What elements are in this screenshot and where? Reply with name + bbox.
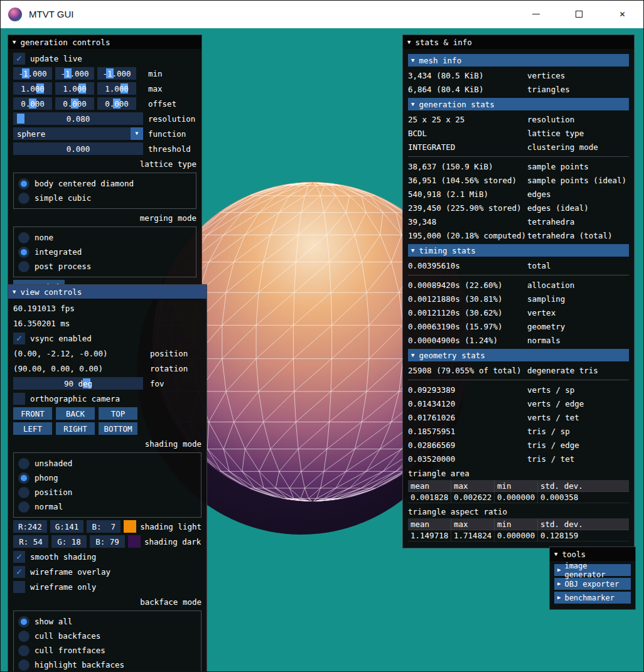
geometry-stats-rows: 25908 (79.055% of total) degenerate tris… [408, 363, 629, 466]
maximize-button[interactable] [557, 0, 601, 28]
camera-preset-button[interactable]: LEFT [13, 422, 52, 435]
camera-preset-button[interactable]: FRONT [13, 407, 52, 420]
tools-titlebar[interactable]: ▼ tools [550, 547, 635, 561]
camera-buttons-row-1: FRONTBACKTOP [13, 407, 201, 420]
radio-option[interactable]: body centered diamond [18, 176, 191, 191]
update-live-checkbox[interactable]: update live [13, 52, 196, 65]
generation-controls-titlebar[interactable]: ▼ generation controls [8, 35, 201, 49]
close-button[interactable]: ✕ [601, 0, 644, 28]
camera-preset-button[interactable]: BACK [56, 407, 95, 420]
titlebar[interactable]: MTVT GUI ✕ [0, 0, 644, 28]
min-z-slider[interactable]: -1.000 [97, 67, 136, 80]
table-value-row: 0.001828 0.002622 0.000000 0.000358 [408, 492, 629, 503]
radio-label: integrated [35, 247, 82, 257]
minimize-button[interactable] [514, 0, 557, 28]
fov-slider[interactable]: 90 deg [13, 377, 143, 390]
separator [408, 380, 629, 380]
function-combo[interactable]: sphere ▼ [13, 127, 143, 140]
window-controls: ✕ [514, 0, 644, 28]
threshold-field[interactable]: 0.000 [13, 142, 143, 155]
table-header-cell: mean [408, 519, 451, 530]
section-header-generation-stats[interactable]: ▼ generation stats [408, 98, 629, 110]
radio-option[interactable]: show all [18, 614, 196, 629]
section-header-mesh-info[interactable]: ▼ mesh info [408, 54, 629, 67]
window-title: view controls [20, 287, 82, 297]
offset-vector-row: 0.000 0.000 0.000 offset [13, 97, 196, 110]
min-x-slider[interactable]: -1.000 [13, 67, 52, 80]
stat-row: 0.00395610s total [408, 259, 629, 272]
max-x-slider[interactable]: 1.000 [13, 82, 52, 95]
stat-row: BCDL lattice type [408, 126, 629, 140]
table-header-cell: std. dev. [538, 519, 629, 530]
resolution-slider[interactable]: 0.080 [13, 112, 143, 125]
stat-row: 0.03520000 tris / tet [408, 452, 629, 466]
camera-preset-button[interactable]: TOP [99, 407, 137, 420]
table-cell: 0.128159 [538, 530, 629, 541]
light-g-field[interactable]: G:141 [50, 520, 84, 533]
radio-option[interactable]: normal [18, 499, 196, 514]
stat-row: 0.18575951 tris / sp [408, 424, 629, 438]
table-cell: 1.714824 [451, 530, 495, 541]
collapse-arrow-icon[interactable]: ▼ [13, 289, 16, 295]
radio-option[interactable]: post process [18, 259, 191, 274]
stats-info-titlebar[interactable]: ▼ stats & info [403, 35, 634, 49]
radio-option[interactable]: cull backfaces [18, 629, 196, 643]
offset-z-slider[interactable]: 0.000 [97, 97, 136, 110]
stat-label: edges [527, 189, 551, 199]
radio-option[interactable]: cull frontfaces [18, 643, 196, 658]
collapse-arrow-icon[interactable]: ▼ [407, 40, 411, 45]
radio-label: cull backfaces [35, 631, 100, 641]
view-controls-titlebar[interactable]: ▼ view controls [8, 285, 207, 299]
offset-y-slider[interactable]: 0.000 [55, 97, 94, 110]
vsync-checkbox[interactable]: vsync enabled [13, 332, 201, 344]
toggle-checkbox[interactable]: wireframe overlay [13, 565, 201, 578]
combo-dropdown-button[interactable]: ▼ [131, 127, 143, 140]
offset-x-slider[interactable]: 0.000 [13, 97, 52, 110]
radio-option[interactable]: integrated [18, 245, 191, 259]
stat-row: INTEGRATED clustering mode [408, 140, 629, 154]
light-r-field[interactable]: R:242 [13, 520, 47, 533]
collapse-arrow-icon[interactable]: ▼ [554, 552, 557, 557]
radio-label: show all [35, 617, 72, 626]
radio-option[interactable]: highlight backfaces [18, 658, 196, 672]
dark-g-field[interactable]: G: 18 [51, 535, 87, 548]
stat-value: 0.00395610s [408, 261, 460, 270]
stat-value: 25908 (79.055% of total) [408, 366, 522, 375]
radio-option[interactable]: none [18, 230, 191, 245]
radio-icon [18, 178, 30, 189]
tool-collapsing-header[interactable]: ▶ benchmarker [554, 592, 631, 604]
radio-option[interactable]: position [18, 485, 196, 499]
collapse-arrow-icon[interactable]: ▼ [13, 40, 16, 45]
stat-row: 36,951 (104.56% stored) sample points (i… [408, 173, 629, 187]
orthographic-checkbox[interactable]: orthographic camera [13, 392, 201, 405]
tool-collapsing-header[interactable]: ▶ image generator [554, 564, 631, 576]
light-b-field[interactable]: B: 7 [87, 520, 121, 533]
toggle-checkbox[interactable]: wireframe only [13, 580, 201, 593]
camera-preset-button[interactable]: BOTTOM [99, 422, 137, 435]
slider-grab[interactable] [17, 114, 24, 124]
tool-collapsing-header[interactable]: ▶ OBJ exporter [554, 578, 631, 590]
stat-label: normals [527, 336, 561, 345]
viewport-3d[interactable]: ▼ generation controls update live -1.000… [0, 28, 644, 672]
row-label: position [150, 349, 188, 358]
dark-color-swatch[interactable] [128, 535, 141, 548]
min-y-slider[interactable]: -1.000 [55, 67, 94, 80]
row-label: function [148, 129, 186, 139]
max-y-slider[interactable]: 1.000 [55, 82, 94, 95]
dark-b-field[interactable]: B: 79 [90, 535, 125, 548]
radio-option[interactable]: simple cubic [18, 191, 191, 205]
table-value-row: 1.149718 1.714824 0.000000 0.128159 [408, 530, 629, 541]
section-header-geometry-stats[interactable]: ▼ geometry stats [408, 349, 629, 361]
dark-r-field[interactable]: R: 54 [13, 535, 48, 548]
radio-option[interactable]: phong [18, 471, 196, 485]
toggle-checkbox[interactable]: smooth shading [13, 550, 201, 563]
stat-value: 239,450 (225.90% stored) [408, 203, 522, 213]
max-z-slider[interactable]: 1.000 [97, 82, 136, 95]
section-header-timing-stats[interactable]: ▼ timing stats [408, 244, 629, 257]
camera-buttons-row-2: LEFTRIGHTBOTTOM [13, 422, 201, 435]
row-label: rotation [150, 364, 188, 373]
checkbox-icon [13, 393, 25, 405]
light-color-swatch[interactable] [124, 520, 136, 533]
camera-preset-button[interactable]: RIGHT [56, 422, 95, 435]
radio-option[interactable]: unshaded [18, 456, 196, 471]
